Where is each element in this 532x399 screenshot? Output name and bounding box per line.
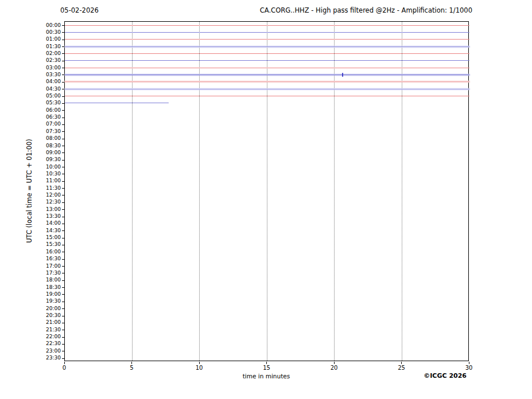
seismic-event-marker <box>342 73 343 77</box>
y-tick-label: 09:30 <box>36 157 61 162</box>
y-tick <box>62 330 64 330</box>
trace-line-0030 <box>65 32 469 33</box>
y-tick <box>62 139 64 139</box>
y-tick-label: 14:00 <box>36 221 61 226</box>
y-tick-label: 23:00 <box>36 349 61 354</box>
y-tick <box>62 344 64 345</box>
x-tick <box>401 362 402 364</box>
trace-line-0530 <box>65 103 169 103</box>
trace-line-0230 <box>65 60 469 61</box>
trace-line-0100 <box>65 39 469 40</box>
y-tick-label: 06:00 <box>36 108 61 113</box>
x-tick <box>334 362 335 364</box>
y-tick <box>62 167 64 167</box>
trace-line-0130 <box>65 46 469 47</box>
y-tick <box>62 280 64 281</box>
y-tick-label: 16:00 <box>36 249 61 255</box>
y-tick-label: 20:00 <box>36 306 61 311</box>
y-tick-label: 03:00 <box>36 65 61 71</box>
y-tick <box>62 266 64 267</box>
x-tick-label: 10 <box>191 365 208 371</box>
y-tick <box>62 238 64 238</box>
y-tick-label: 17:30 <box>36 271 61 276</box>
y-tick <box>62 308 64 309</box>
y-tick <box>62 245 64 245</box>
y-tick <box>62 230 64 231</box>
y-tick-label: 02:00 <box>36 51 61 56</box>
y-tick-label: 15:30 <box>36 242 61 247</box>
x-tick <box>469 362 469 364</box>
y-tick-label: 00:30 <box>36 30 61 35</box>
y-tick-label: 07:00 <box>36 122 61 127</box>
y-tick <box>62 259 64 260</box>
y-tick <box>62 252 64 252</box>
trace-line-0430 <box>65 89 469 89</box>
y-tick <box>62 358 64 359</box>
y-tick-label: 23:30 <box>36 355 61 361</box>
y-tick-label: 03:30 <box>36 72 61 77</box>
y-tick-label: 17:00 <box>36 264 61 269</box>
y-tick <box>62 294 64 295</box>
y-tick-label: 12:00 <box>36 193 61 198</box>
seismogram-figure: 05-02-2026 CA.CORG..HHZ - High pass filt… <box>0 0 532 399</box>
x-tick <box>131 362 132 364</box>
x-tick-label: 5 <box>123 365 141 371</box>
y-tick <box>62 152 64 153</box>
y-tick <box>62 195 64 195</box>
y-axis-label: UTC (local time = UTC + 01:00) <box>25 139 33 243</box>
y-tick <box>62 323 64 323</box>
y-tick <box>62 217 64 217</box>
y-tick-label: 16:30 <box>36 256 61 261</box>
x-tick-label: 15 <box>258 365 275 371</box>
x-tick <box>64 362 65 364</box>
y-tick-label: 01:30 <box>36 44 61 49</box>
y-tick <box>62 61 64 61</box>
trace-line-0000 <box>65 25 469 26</box>
y-tick-label: 10:30 <box>36 171 61 177</box>
x-axis-label: time in minutes <box>240 373 292 380</box>
y-tick <box>62 75 64 75</box>
y-tick <box>62 131 64 132</box>
vertical-gridline <box>334 22 335 361</box>
y-tick <box>62 68 64 68</box>
y-tick <box>62 302 64 302</box>
y-tick <box>62 40 64 40</box>
y-tick <box>62 188 64 189</box>
y-tick <box>62 118 64 118</box>
y-tick-label: 14:30 <box>36 228 61 233</box>
y-tick-label: 08:00 <box>36 136 61 141</box>
y-tick-label: 01:00 <box>36 37 61 42</box>
y-tick <box>62 53 64 54</box>
y-tick-label: 07:30 <box>36 129 61 134</box>
x-tick-label: 30 <box>460 365 477 371</box>
y-tick-label: 11:30 <box>36 186 61 191</box>
trace-line-0400 <box>65 81 469 82</box>
y-tick-label: 11:00 <box>36 178 61 183</box>
y-tick-label: 10:00 <box>36 165 61 170</box>
y-tick <box>62 209 64 210</box>
y-tick <box>62 181 64 182</box>
y-tick <box>62 224 64 224</box>
y-tick <box>62 202 64 203</box>
y-tick-label: 21:30 <box>36 327 61 332</box>
y-tick-label: 19:30 <box>36 299 61 304</box>
y-tick <box>62 124 64 125</box>
y-tick <box>62 160 64 161</box>
y-tick-label: 22:00 <box>36 334 61 339</box>
y-tick <box>62 32 64 33</box>
trace-line-0200 <box>65 53 469 54</box>
y-tick <box>62 46 64 47</box>
y-tick <box>62 337 64 338</box>
plot-title: CA.CORG..HHZ - High pass filtered @2Hz -… <box>260 6 472 14</box>
y-tick <box>62 25 64 26</box>
y-tick-label: 05:30 <box>36 100 61 105</box>
y-tick-label: 18:30 <box>36 285 61 290</box>
y-tick-label: 04:00 <box>36 79 61 84</box>
y-tick-label: 02:30 <box>36 58 61 63</box>
y-tick <box>62 110 64 111</box>
copyright-text: ©ICGC 2026 <box>424 372 467 380</box>
y-tick-label: 22:30 <box>36 341 61 346</box>
y-tick-label: 08:30 <box>36 143 61 148</box>
y-tick-label: 09:00 <box>36 150 61 155</box>
trace-line-0300 <box>65 68 469 68</box>
